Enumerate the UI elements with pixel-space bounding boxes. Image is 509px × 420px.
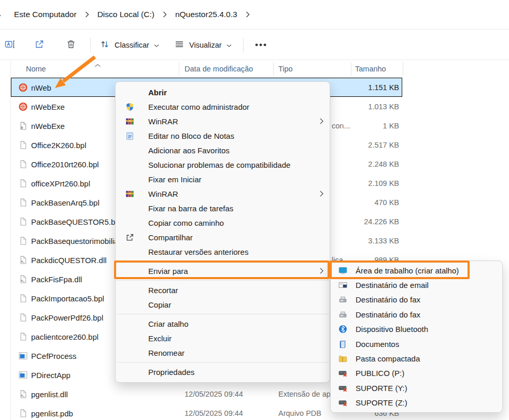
menu-item-fixar-na-barra-de-tarefas[interactable]: Fixar na barra de tarefas — [116, 201, 330, 215]
file-name: PDirectApp — [31, 370, 70, 379]
menu-item-compartilhar[interactable]: Compartilhar — [116, 230, 330, 244]
send-to-item-area-de-trabalho-criar-atalho[interactable]: Área de trabalho (criar atalho) — [331, 263, 502, 278]
file-name: nWebExe — [31, 102, 65, 111]
fax-icon — [337, 295, 348, 305]
send-to-item-dispositivo-bluetooth[interactable]: Dispositivo Bluetooth — [331, 322, 502, 337]
file-size: 2.109 KB — [351, 179, 399, 187]
file-type-fragment: con... — [332, 122, 350, 130]
menu-item-adicionar-aos-favoritos[interactable]: Adicionar aos Favoritos — [116, 143, 330, 157]
column-divider[interactable] — [403, 63, 403, 76]
menu-item-label: Adicionar aos Favoritos — [148, 146, 230, 155]
file-name: PackImportacao5.bpl — [31, 294, 104, 302]
send-to-item-destinatario-de-email[interactable]: Destinatário de email — [331, 278, 502, 292]
notepad-icon — [124, 131, 135, 140]
menu-item-winrar-1[interactable]: WinRAR — [116, 114, 330, 128]
file-name: PackBasenArq5.bpl — [31, 198, 100, 207]
menu-icon-placeholder — [124, 218, 135, 227]
menu-item-label: SUPORTE (Y:) — [356, 384, 407, 393]
more-button[interactable]: ••• — [252, 37, 271, 53]
menu-item-label: WinRAR — [148, 117, 178, 126]
breadcrumb-item[interactable]: nQuestor25.4.0.3 — [173, 8, 240, 21]
menu-item-propriedades[interactable]: Propriedades — [116, 365, 330, 379]
menu-item-label: Propriedades — [148, 368, 194, 376]
menu-item-excluir[interactable]: Excluir — [116, 331, 330, 345]
menu-item-label: Destinatário de email — [356, 281, 429, 289]
monitor-icon — [337, 266, 348, 275]
send-to-item-pasta-compactada[interactable]: Pasta compactada — [331, 351, 502, 366]
menu-item-restaurar-versoes-anteriores[interactable]: Restaurar versões anteriores — [116, 244, 330, 259]
menu-item-abrir[interactable]: Abrir — [116, 85, 330, 99]
chevron-down-icon — [227, 41, 232, 49]
doc-file-icon — [19, 294, 27, 302]
file-name: pgenlist.dll — [31, 389, 68, 398]
fax-icon — [337, 310, 348, 319]
share-icon — [34, 39, 45, 51]
column-header-nome[interactable]: Nome — [26, 65, 46, 73]
menu-item-fixar-em-iniciar[interactable]: Fixar em Iniciar — [116, 172, 330, 186]
send-to-item-publico-p[interactable]: PUBLICO (P:) — [331, 366, 502, 381]
menu-item-label: Pasta compactada — [356, 354, 420, 363]
sort-ascending-icon — [94, 61, 101, 69]
menu-item-solucionar-problemas-de-compatibilidade[interactable]: Solucionar problemas de compatibilidade — [116, 157, 330, 172]
menu-item-copiar-como-caminho[interactable]: Copiar como caminho — [116, 215, 330, 230]
file-modified-date: 12/05/2025 09:44 — [185, 390, 243, 398]
menu-item-label: Documentos — [356, 340, 399, 349]
file-size: 1 KB — [351, 122, 399, 130]
view-button[interactable]: Visualizar — [171, 36, 235, 53]
column-divider[interactable] — [351, 63, 351, 76]
chevron-right-icon[interactable] — [163, 11, 167, 18]
breadcrumb-item[interactable]: Este Computador — [11, 8, 79, 21]
submenu-arrow-icon — [320, 191, 323, 197]
toolbar-divider — [243, 38, 244, 52]
menu-item-label: Executar como administrador — [148, 103, 249, 111]
breadcrumb-edge-chevron-icon — [0, 11, 1, 21]
chevron-right-icon[interactable] — [85, 11, 89, 18]
menu-item-label: Enviar para — [148, 267, 188, 276]
netdrive-icon — [337, 383, 348, 393]
sort-button-label: Classificar — [115, 41, 149, 49]
column-header-modificacao[interactable]: Data de modificação — [185, 65, 253, 73]
file-name: officeXPrt260.bpl — [31, 179, 90, 187]
menu-item-label: Fixar na barra de tarefas — [148, 204, 233, 213]
chevron-right-icon[interactable] — [246, 11, 250, 18]
send-to-item-suporte-z[interactable]: SUPORTE (Z:) — [331, 396, 502, 410]
menu-item-enviar-para[interactable]: Enviar para — [116, 264, 330, 278]
file-size: 2.517 KB — [351, 141, 399, 149]
file-name: Office2K260.bpl — [31, 140, 86, 149]
breadcrumb: Este ComputadorDisco Local (C:)nQuestor2… — [0, 0, 509, 30]
rename-button[interactable] — [2, 36, 18, 53]
menu-icon-placeholder — [124, 160, 135, 169]
menu-item-label: Copiar — [148, 300, 171, 309]
doc-file-icon — [19, 217, 27, 226]
send-to-item-suporte-y[interactable]: SUPORTE (Y:) — [331, 381, 502, 395]
file-size: 24.226 KB — [351, 218, 399, 226]
column-divider[interactable] — [179, 63, 179, 76]
file-size: 3.133 KB — [351, 237, 399, 245]
column-divider[interactable] — [273, 63, 274, 76]
bluetooth-icon — [337, 325, 348, 334]
send-to-item-destinatario-do-fax-1[interactable]: Destinatário do fax — [331, 293, 502, 307]
menu-item-winrar-2[interactable]: WinRAR — [116, 186, 330, 201]
menu-icon-placeholder — [124, 319, 135, 328]
file-name: nWeb — [31, 83, 51, 92]
file-name: Office2010rt260.bpl — [31, 160, 99, 168]
menu-item-label: Abrir — [148, 88, 167, 97]
menu-item-label: Recortar — [148, 286, 178, 295]
column-header-tamanho[interactable]: Tamanho — [355, 65, 386, 73]
menu-item-editar-no-bloco-de-notas[interactable]: Editar no Bloco de Notas — [116, 128, 330, 143]
breadcrumb-item[interactable]: Disco Local (C:) — [95, 8, 157, 21]
share-icon — [124, 233, 135, 242]
sort-button[interactable]: Classificar — [96, 36, 162, 53]
menu-item-executar-como-administrador[interactable]: Executar como administrador — [116, 99, 330, 114]
share-button[interactable] — [31, 36, 48, 53]
menu-item-recortar[interactable]: Recortar — [116, 283, 330, 297]
documents-icon — [337, 339, 348, 349]
delete-button[interactable] — [63, 36, 79, 53]
menu-item-renomear[interactable]: Renomear — [116, 345, 330, 360]
column-header-tipo[interactable]: Tipo — [278, 65, 293, 73]
menu-item-copiar[interactable]: Copiar — [116, 297, 330, 312]
menu-item-criar-atalho[interactable]: Criar atalho — [116, 316, 330, 331]
send-to-item-documentos[interactable]: Documentos — [331, 337, 502, 351]
send-to-item-destinatario-do-fax-2[interactable]: Destinatário do fax — [331, 307, 502, 322]
toolbar: Classificar Visualizar ••• — [0, 30, 509, 60]
